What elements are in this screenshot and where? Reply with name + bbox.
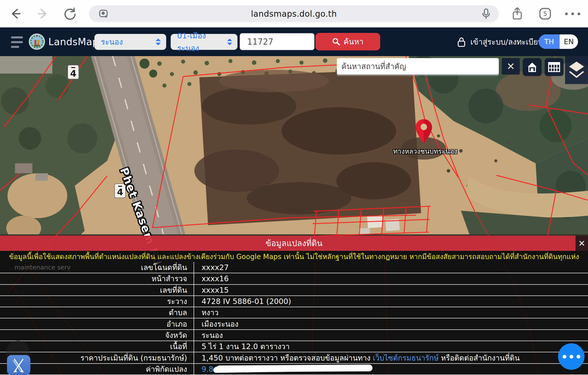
login-register-link[interactable]: เข้าสู่ระบบ/ลงทะเบียน: [456, 27, 543, 56]
parcel-number-input[interactable]: 11727: [240, 33, 314, 50]
row-value: xxxx16: [194, 273, 588, 284]
province-select-value: ระนอง: [101, 36, 123, 48]
parcel-info-banner: ข้อมูลแปลงที่ดิน ✕: [0, 236, 588, 251]
tab-switcher-button[interactable]: 5: [536, 0, 554, 27]
row-value: หงาว: [194, 307, 588, 318]
table-row: เลขที่ดินxxxx15: [0, 285, 588, 296]
row-value: xxxx15: [194, 285, 588, 295]
layers-icon: [565, 58, 588, 83]
landsmaps-screen: landsmaps.dol.go.th 5 LandsMaps: [0, 0, 588, 375]
amphoe-select-value: 01-เมืองระนอง: [177, 29, 227, 54]
row-label: อำเภอ: [0, 318, 194, 329]
share-button[interactable]: [508, 0, 526, 27]
table-row: จังหวัดระนอง: [0, 330, 588, 341]
assessment-text: หรือติดต่อสำนักงานที่ดิน: [441, 352, 520, 363]
lens-scan-icon[interactable]: [98, 5, 109, 22]
map-search-clear-button[interactable]: ✕: [502, 58, 520, 75]
measure-tools-button[interactable]: [7, 355, 30, 375]
parcel-data-table: เลขโฉนดที่ดินxxxx27 หน้าสำรวจxxxx16 เลขท…: [0, 262, 588, 375]
row-value: 4728 IV 5886-01 (2000): [194, 296, 588, 307]
reload-button[interactable]: [61, 0, 79, 27]
svg-text:4: 4: [70, 68, 76, 79]
more-options-fab[interactable]: [558, 343, 585, 370]
row-value: 1,450 บาทต่อตารางวา หรือตรวจสอบข้อมูลผ่า…: [194, 352, 588, 363]
assessment-text: 1,450 บาทต่อตารางวา หรือตรวจสอบข้อมูลผ่า…: [202, 352, 370, 363]
table-row: หน้าสำรวจxxxx16: [0, 273, 588, 284]
row-value: 5 ไร่ 1 งาน 12.0 ตารางวา: [194, 341, 588, 352]
forward-button[interactable]: [34, 0, 51, 27]
login-register-label: เข้าสู่ระบบ/ลงทะเบียน: [470, 36, 543, 48]
select-chevrons-icon: [227, 38, 232, 46]
row-label: ระวาง: [0, 296, 194, 307]
table-row: ระวาง4728 IV 5886-01 (2000): [0, 296, 588, 307]
search-button-label: ค้นหา: [344, 35, 364, 48]
address-bar[interactable]: landsmaps.dol.go.th: [89, 5, 499, 22]
grid-table-button[interactable]: [545, 58, 564, 76]
tab-count: 5: [543, 10, 547, 17]
row-label: เลขที่ดิน: [0, 285, 194, 295]
magnifier-icon: [332, 38, 340, 46]
browser-toolbar: landsmaps.dol.go.th 5: [0, 0, 588, 27]
microphone-icon[interactable]: [481, 5, 491, 22]
app-navbar: LandsMaps ระนอง 01-เมืองระนอง 11727 ค้นห…: [0, 27, 588, 56]
row-label: จังหวัด: [0, 330, 194, 341]
pin-map-label: ทางหลวงชนบทระนอง: [393, 146, 457, 157]
disclaimer-bar: ข้อมูลนี้เพื่อใช้แสดงสภาพพื้นที่ตำแหน่งแ…: [0, 251, 588, 262]
map-watermark: maintenance serv: [14, 264, 71, 271]
svg-text:4: 4: [117, 187, 123, 197]
select-chevrons-icon: [155, 38, 161, 46]
route-4-shield: 4: [68, 65, 79, 79]
redaction-stroke: [213, 366, 295, 373]
home-extent-button[interactable]: [523, 58, 542, 76]
search-button[interactable]: ค้นหา: [315, 33, 380, 50]
lang-en-button[interactable]: EN: [560, 34, 578, 49]
lang-th-button[interactable]: TH: [539, 34, 560, 49]
menu-hamburger-button[interactable]: [11, 36, 23, 47]
language-toggle: TH EN: [539, 34, 578, 49]
row-value: เมืองระนอง: [194, 318, 588, 329]
table-row: อำเภอเมืองระนอง: [0, 318, 588, 330]
row-label: ตำบล: [0, 307, 194, 318]
row-value: ระนอง: [194, 330, 588, 341]
back-button[interactable]: [7, 0, 24, 27]
layers-button[interactable]: [565, 56, 588, 84]
parcel-info-title: ข้อมูลแปลงที่ดิน: [266, 237, 323, 250]
lock-icon: [456, 36, 466, 48]
amphoe-select[interactable]: 01-เมืองระนอง: [171, 34, 237, 50]
map-search-input[interactable]: ค้นหาสถานที่สำคัญ: [337, 58, 499, 75]
more-menu-button[interactable]: [564, 0, 582, 27]
house-icon: [526, 61, 538, 73]
panel-close-button[interactable]: ✕: [576, 236, 588, 251]
dol-logo: [29, 33, 45, 50]
table-row: ตำบลหงาว: [0, 307, 588, 318]
table-row-assessment: ราคาประเมินที่ดิน (กรมธนารักษ์) 1,450 บา…: [0, 352, 588, 364]
treasury-website-link[interactable]: เว็บไซต์กรมธนารักษ์: [373, 352, 439, 363]
url-text: landsmaps.dol.go.th: [251, 9, 337, 19]
table-row: เนื้อที่5 ไร่ 1 งาน 12.0 ตารางวา: [0, 341, 588, 352]
grid-icon: [548, 61, 561, 73]
province-select[interactable]: ระนอง: [94, 34, 166, 50]
crossed-pens-icon: [11, 357, 26, 373]
row-value: xxxx27: [194, 262, 588, 273]
row-label: หน้าสำรวจ: [0, 273, 194, 284]
table-row: เลขโฉนดที่ดินxxxx27: [0, 262, 588, 273]
